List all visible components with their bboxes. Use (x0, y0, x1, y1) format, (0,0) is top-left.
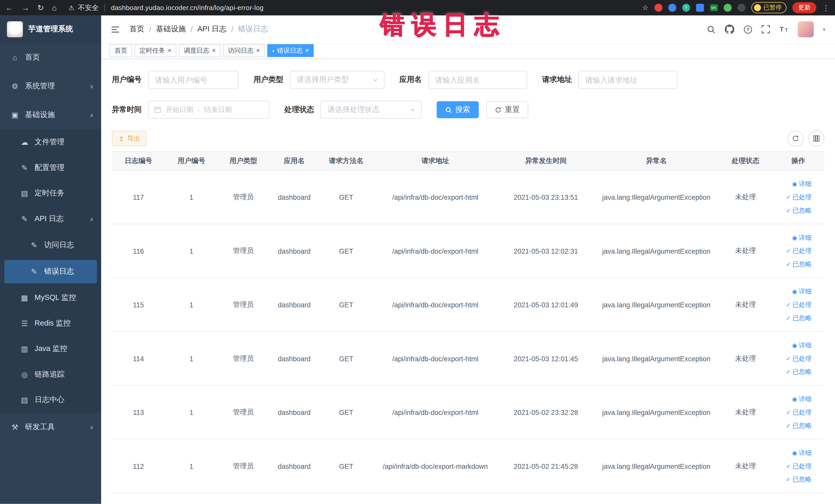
processed-action[interactable]: ✓已处理 (786, 352, 812, 365)
search-button[interactable]: 搜索 (436, 101, 479, 118)
chevron-down-icon: ∨ (90, 83, 94, 89)
eye-icon: ◉ (792, 231, 797, 244)
tab-home[interactable]: 首页 (109, 44, 132, 57)
tab-scheduled-tasks[interactable]: 定时任务 × (135, 44, 176, 57)
sidebar-item-home[interactable]: ⌂ 首页 (0, 43, 101, 72)
processed-action[interactable]: ✓已处理 (786, 245, 812, 257)
tab-dispatch-log[interactable]: 调度日志 × (179, 44, 221, 57)
sidebar-item-redis-monitor[interactable]: ☰ Redis 监控 (0, 310, 101, 336)
forward-icon[interactable]: → (21, 3, 29, 12)
process-status-select[interactable]: 请选择处理状态 (321, 101, 422, 119)
user-id-input[interactable] (148, 71, 239, 89)
check-icon: ✓ (786, 473, 791, 485)
extension-icon-red[interactable] (654, 4, 662, 12)
ignored-action[interactable]: ✓已忽略 (786, 473, 812, 485)
extension-icon-paw[interactable] (737, 4, 745, 12)
search-icon[interactable] (707, 25, 716, 34)
detail-action[interactable]: ◉详细 (792, 285, 812, 298)
tab-access-log[interactable]: 访问日志 × (223, 44, 265, 57)
request-url-input[interactable] (578, 71, 677, 89)
row-actions: ◉详细 ✓已处理 ✓已忽略 (772, 393, 824, 431)
sidebar-item-trace[interactable]: ◎ 链路追踪 (0, 362, 101, 387)
sidebar-item-system-mgmt[interactable]: ⚙ 系统管理 ∨ (0, 72, 101, 101)
sidebar-item-infrastructure[interactable]: ▣ 基础设施 ∧ (0, 101, 101, 129)
sidebar-item-scheduled-tasks[interactable]: ▤ 定时任务 (0, 181, 101, 206)
stack-icon: ☰ (20, 319, 29, 328)
hamburger-icon[interactable] (111, 25, 120, 34)
cloud-icon: ☁ (20, 138, 29, 146)
paused-badge[interactable]: 已暂停 (751, 2, 787, 13)
detail-action[interactable]: ◉详细 (792, 339, 812, 351)
extension-icon-leaf[interactable] (724, 4, 731, 12)
row-actions: ◉详细 ✓已处理 ✓已忽略 (772, 339, 824, 378)
ignored-action[interactable]: ✓已忽略 (786, 258, 812, 270)
user-id-label: 用户编号 (112, 75, 142, 85)
ignored-action[interactable]: ✓已忽略 (786, 420, 812, 432)
fullscreen-icon[interactable] (761, 25, 770, 34)
start-date-placeholder: 开始日期 (166, 105, 193, 115)
detail-action[interactable]: ◉详细 (792, 178, 812, 190)
dashboard-icon: ⌂ (11, 53, 19, 62)
more-menu-icon[interactable]: ⋮ (822, 3, 830, 12)
bookmark-star-icon[interactable]: ☆ (642, 4, 648, 12)
extension-icon-teal[interactable]: Y (682, 4, 690, 12)
exception-time-range-picker[interactable]: 开始日期 - 结束日期 (148, 101, 269, 119)
extension-icon-blue[interactable] (668, 4, 676, 12)
chevron-down-icon (372, 77, 379, 83)
reload-icon[interactable]: ↻ (37, 3, 44, 12)
sidebar-item-api-log[interactable]: ✎ API 日志 ∧ (0, 206, 101, 232)
app-name-input[interactable] (428, 71, 527, 89)
sidebar-item-config-mgmt[interactable]: ✎ 配置管理 (0, 155, 101, 181)
breadcrumb-home[interactable]: 首页 (129, 24, 144, 34)
export-button[interactable]: 导出 (112, 131, 147, 146)
breadcrumb-infrastructure[interactable]: 基础设施 (156, 24, 186, 34)
sidebar-item-dev-tools[interactable]: ⚒ 研发工具 ∨ (0, 413, 101, 442)
sidebar-item-access-log[interactable]: ✎ 访问日志 (0, 231, 101, 258)
update-button[interactable]: 更新 (792, 2, 816, 13)
detail-action[interactable]: ◉详细 (792, 393, 812, 405)
sidebar-item-mysql-monitor[interactable]: ▦ MySQL 监控 (0, 285, 101, 311)
processed-action[interactable]: ✓已处理 (786, 406, 812, 419)
user-type-select[interactable]: 请选择用户类型 (290, 71, 385, 89)
extension-icon-on-badge[interactable]: on (710, 4, 718, 11)
table-row: 114 1 管理员 dashboard GET /api/infra/db-do… (112, 332, 824, 386)
api-log-submenu: ✎ 访问日志 ✎ 错误日志 (0, 231, 101, 283)
sidebar-item-file-mgmt[interactable]: ☁ 文件管理 (0, 129, 101, 155)
ignored-action[interactable]: ✓已忽略 (786, 312, 812, 324)
sidebar-item-error-log[interactable]: ✎ 错误日志 (4, 260, 97, 283)
address-bar[interactable]: ⚠ 不安全 dashboard.yudao.iocoder.cn/infra/l… (68, 3, 264, 12)
detail-action[interactable]: ◉详细 (792, 231, 812, 244)
ignored-action[interactable]: ✓已忽略 (786, 366, 812, 378)
url-text[interactable]: dashboard.yudao.iocoder.cn/infra/log/api… (111, 4, 264, 12)
home-icon[interactable]: ⌂ (52, 3, 57, 12)
ignored-action[interactable]: ✓已忽略 (786, 204, 812, 217)
font-size-icon[interactable]: TT (779, 25, 789, 34)
help-icon[interactable]: ? (744, 25, 752, 34)
processed-action[interactable]: ✓已处理 (786, 460, 812, 472)
breadcrumb: 首页 / 基础设施 / API 日志 / 错误日志 (129, 24, 268, 34)
extension-icon-grid[interactable] (696, 4, 704, 12)
processed-action[interactable]: ✓已处理 (786, 191, 812, 203)
cell-log-id: 113 (112, 408, 165, 416)
reset-button[interactable]: 重置 (486, 101, 528, 118)
column-settings-button[interactable] (808, 130, 824, 146)
detail-action[interactable]: ◉详细 (792, 447, 812, 459)
github-icon[interactable] (725, 24, 734, 34)
sidebar-item-log-center[interactable]: ▤ 日志中心 (0, 387, 101, 413)
tab-close-icon[interactable]: × (212, 47, 216, 54)
tab-error-log[interactable]: ● 错误日志 × (267, 44, 314, 57)
refresh-button[interactable] (788, 130, 803, 146)
user-avatar[interactable] (798, 21, 814, 37)
tab-close-icon[interactable]: × (168, 47, 171, 54)
doc-icon: ✎ (30, 267, 38, 276)
tab-close-icon[interactable]: × (256, 47, 260, 54)
tab-close-icon[interactable]: × (305, 47, 309, 54)
caret-down-icon[interactable]: ▾ (823, 26, 825, 32)
check-icon: ✓ (786, 460, 791, 472)
processed-action[interactable]: ✓已处理 (786, 299, 812, 311)
breadcrumb-api-log[interactable]: API 日志 (197, 24, 226, 34)
navbar-actions: ? TT ▾ (707, 21, 826, 37)
sidebar-item-java-monitor[interactable]: ▥ Java 监控 (0, 336, 101, 362)
back-icon[interactable]: ← (5, 3, 13, 12)
end-date-placeholder: 结束日期 (204, 105, 232, 115)
